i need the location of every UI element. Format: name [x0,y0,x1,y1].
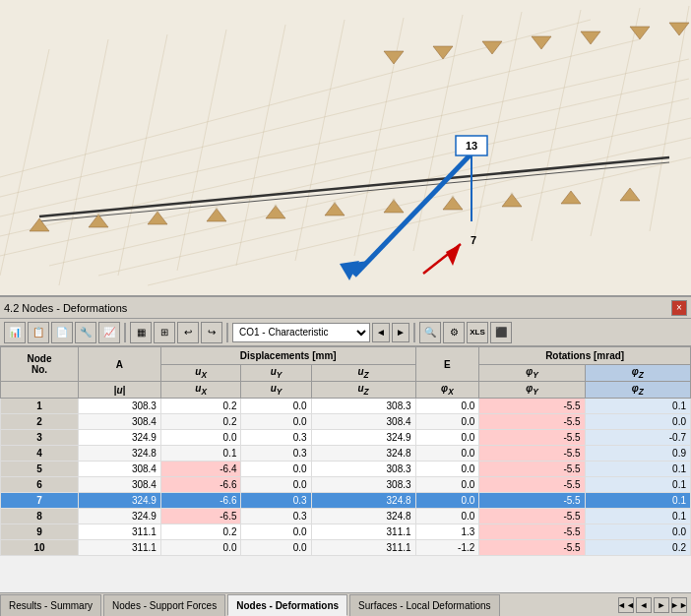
svg-point-45 [334,202,337,205]
table-cell: 0.3 [241,493,311,509]
table-cell: 308.4 [311,414,415,430]
col-header-uz: uZ [311,365,415,382]
toolbar-btn-1[interactable]: 📊 [4,322,26,343]
col-subheader-ux: uX [160,382,241,399]
toolbar-btn-8[interactable]: ↩ [177,322,199,343]
table-cell: 324.8 [311,446,415,462]
table-cell: 0.0 [241,462,311,477]
nav-prev-button[interactable]: ◄ [372,323,390,342]
toolbar-btn-4[interactable]: 🔧 [75,322,96,343]
tab-next-button[interactable]: ► [654,597,669,613]
toolbar-btn-2[interactable]: 📋 [28,322,49,343]
tab-nodes---support-forces[interactable]: Nodes - Support Forces [103,594,225,616]
table-cell: -6.6 [160,493,241,509]
toolbar-btn-5[interactable]: 📈 [98,322,120,343]
table-cell: 0.0 [415,477,479,493]
load-case-dropdown[interactable]: CO1 - Characteristic [232,323,370,342]
tab-nodes---deformations[interactable]: Nodes - Deformations [227,594,347,616]
tab-results---summary[interactable]: Results - Summary [0,594,101,616]
table-cell: -1.2 [415,540,479,556]
table-cell: 0.0 [585,524,690,540]
table-cell: -5.5 [479,446,585,462]
col-subheader-uz: uZ [311,382,415,399]
svg-point-46 [393,199,396,202]
col-header-e: E [415,347,479,382]
table-cell: 7 [1,493,79,509]
tab-last-button[interactable]: ►► [671,597,687,613]
table-cell: -5.5 [479,493,585,509]
table-cell: 0.9 [585,446,690,462]
toolbar-btn-settings[interactable]: ⚙ [443,322,465,343]
table-cell: 0.0 [160,540,241,556]
table-cell: 3 [1,430,79,446]
table-row: 3324.90.00.3324.90.0-5.5-0.7 [1,430,691,446]
table-cell: 308.3 [78,399,160,414]
svg-point-48 [511,193,514,196]
table-cell: 324.8 [311,509,415,524]
table-cell: 0.0 [415,509,479,524]
svg-rect-0 [0,0,691,295]
tab-surfaces---local-deformations[interactable]: Surfaces - Local Deformations [349,594,500,616]
col-header-rotations: Rotations [mrad] [479,347,691,365]
table-cell: 324.9 [78,430,160,446]
toolbar-btn-export[interactable]: ⬛ [490,322,512,343]
table-cell: 0.0 [585,414,690,430]
table-cell: 308.4 [78,462,160,477]
col-header-uy: uY [241,365,311,382]
table-cell: -5.5 [479,477,585,493]
table-cell: 324.9 [311,430,415,446]
col-subheader-a: |u| [78,382,160,399]
table-row: 1308.30.20.0308.30.0-5.50.1 [1,399,691,414]
table-cell: 324.8 [311,493,415,509]
nav-next-button[interactable]: ► [392,323,409,342]
table-cell: 308.4 [78,477,160,493]
toolbar-btn-7[interactable]: ⊞ [154,322,175,343]
table-cell: -6.6 [160,477,241,493]
toolbar-btn-3[interactable]: 📄 [51,322,73,343]
table-row: 10311.10.00.0311.1-1.2-5.50.2 [1,540,691,556]
table-cell: 0.3 [241,509,311,524]
table-cell: 4 [1,446,79,462]
svg-point-43 [216,208,219,211]
col-subheader-fy: φY [479,382,585,399]
table-cell: 2 [1,414,79,430]
table-cell: 308.3 [311,477,415,493]
table-cell: 0.0 [241,399,311,414]
table-cell: -5.5 [479,414,585,430]
toolbar-sep-1 [124,323,126,342]
table-cell: 311.1 [311,524,415,540]
table-row: 7324.9-6.60.3324.80.0-5.50.1 [1,493,691,509]
table-cell: 324.9 [78,493,160,509]
data-table-container: NodeNo. A Displacements [mm] E Rotations… [0,346,691,568]
table-cell: 0.1 [160,446,241,462]
svg-text:7: 7 [471,234,476,246]
tab-first-button[interactable]: ◄◄ [618,597,634,613]
table-cell: -5.5 [479,430,585,446]
table-cell: -5.5 [479,524,585,540]
table-cell: 0.0 [415,414,479,430]
table-cell: 0.0 [415,446,479,462]
toolbar-sep-3 [413,323,415,342]
close-button[interactable]: × [671,300,687,316]
table-cell: 0.1 [585,462,690,477]
tab-nav: ◄◄ ◄ ► ►► [618,592,691,616]
table-cell: 0.0 [241,524,311,540]
table-cell: 0.0 [415,462,479,477]
table-cell: 0.0 [160,430,241,446]
table-row: 2308.40.20.0308.40.0-5.50.0 [1,414,691,430]
table-cell: 324.8 [78,446,160,462]
toolbar-btn-export-xls[interactable]: XLS [467,322,488,343]
toolbar-btn-9[interactable]: ↪ [201,322,222,343]
table-cell: 308.3 [311,399,415,414]
table-cell: 0.1 [585,493,690,509]
col-header-node: NodeNo. [1,347,79,382]
tab-bar: Results - SummaryNodes - Support ForcesN… [0,592,632,616]
col-subheader-uy: uY [241,382,311,399]
table-cell: 0.0 [415,493,479,509]
visualization-area: 13 7 [0,0,691,295]
svg-text:13: 13 [466,140,477,152]
toolbar-btn-filter[interactable]: 🔍 [419,322,441,343]
tab-prev-button[interactable]: ◄ [636,597,652,613]
table-cell: 10 [1,540,79,556]
toolbar-btn-6[interactable]: ▦ [130,322,152,343]
